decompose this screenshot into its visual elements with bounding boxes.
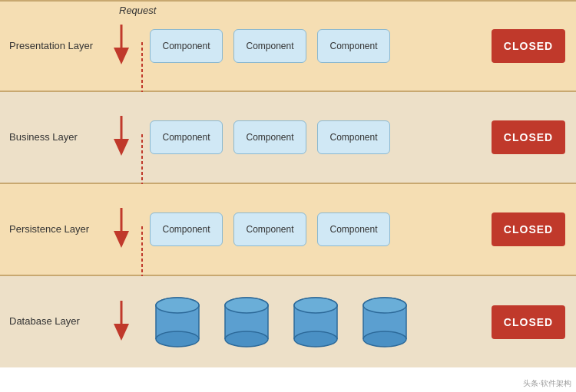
persistence-layer: Persistence Layer Component Component Co… [0, 184, 576, 276]
component-box: Component [150, 29, 223, 63]
down-arrow-4 [109, 301, 134, 344]
component-box: Component [317, 29, 390, 63]
persistence-layer-label: Persistence Layer [0, 223, 100, 236]
component-box: Component [233, 212, 306, 246]
business-layer: Business Layer Component Component Compo… [0, 92, 576, 184]
request-label: Request [119, 5, 156, 16]
svg-point-16 [225, 331, 268, 347]
arrow-database [100, 301, 142, 344]
database-layer: Database Layer [0, 276, 576, 367]
down-arrow-3 [109, 208, 134, 251]
component-box: Component [233, 120, 306, 154]
presentation-layer-label: Presentation Layer [0, 40, 100, 53]
svg-point-31 [363, 298, 406, 313]
component-box: Component [317, 120, 390, 154]
component-box: Component [150, 120, 223, 154]
svg-marker-1 [114, 48, 129, 64]
database-layer-label: Database Layer [0, 315, 100, 328]
svg-point-13 [156, 298, 199, 313]
arrow-persistence [100, 208, 142, 251]
down-arrow-2 [109, 116, 134, 159]
db-cylinder-1 [150, 295, 205, 350]
component-box: Component [150, 212, 223, 246]
closed-badge-database: CLOSED [492, 305, 565, 339]
database-components [142, 295, 492, 350]
arrow-business [100, 116, 142, 159]
svg-marker-3 [114, 139, 129, 156]
down-arrow-1 [109, 25, 134, 68]
svg-point-19 [225, 298, 268, 313]
svg-point-28 [363, 331, 406, 347]
svg-point-10 [156, 331, 199, 347]
svg-point-25 [294, 298, 337, 313]
arrow-presentation [100, 25, 142, 68]
presentation-layer: Presentation Layer Component Component C… [0, 0, 576, 92]
component-box: Component [233, 29, 306, 63]
persistence-components: Component Component Component [142, 212, 492, 246]
closed-badge-presentation: CLOSED [492, 29, 565, 63]
diagram-container: Request Presentation Layer Component Com… [0, 0, 576, 392]
svg-marker-7 [114, 324, 129, 341]
closed-badge-business: CLOSED [492, 120, 565, 154]
db-cylinder-3 [288, 295, 343, 350]
business-layer-label: Business Layer [0, 131, 100, 144]
db-cylinder-4 [357, 295, 412, 350]
presentation-components: Component Component Component [142, 29, 492, 63]
business-components: Component Component Component [142, 120, 492, 154]
db-cylinder-2 [219, 295, 274, 350]
watermark: 头条·软件架构 [523, 378, 571, 389]
closed-badge-persistence: CLOSED [492, 212, 565, 246]
component-box: Component [317, 212, 390, 246]
svg-marker-5 [114, 231, 129, 248]
svg-point-22 [294, 331, 337, 347]
